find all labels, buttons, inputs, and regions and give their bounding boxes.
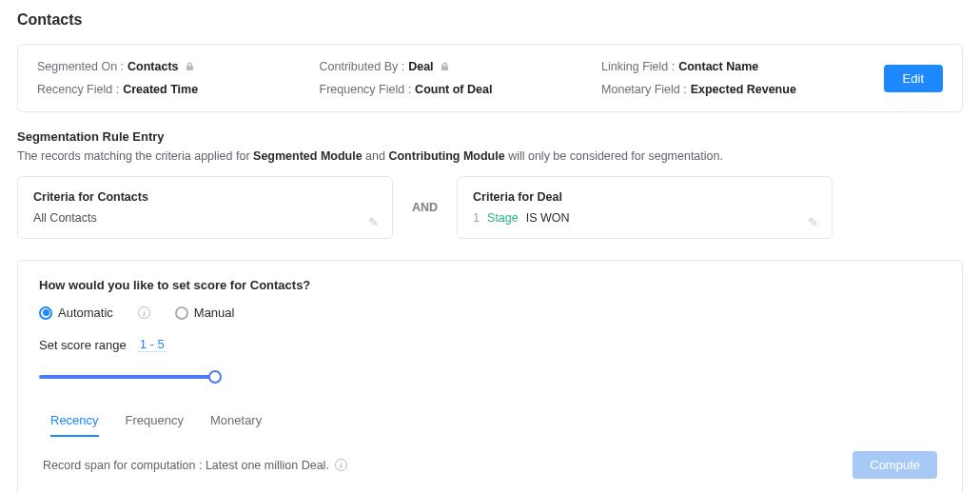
frequency-field: Frequency Field : Count of Deal bbox=[320, 83, 583, 96]
criteria-contacts-card: Criteria for Contacts All Contacts ✎ bbox=[17, 176, 393, 239]
radio-manual-label: Manual bbox=[194, 306, 235, 320]
contributed-by-label: Contributed By : bbox=[320, 60, 405, 73]
radio-dot-icon bbox=[39, 306, 52, 320]
recency-field: Recency Field : Created Time bbox=[37, 83, 301, 96]
contributed-by-field: Contributed By : Deal 🔒︎ bbox=[320, 60, 583, 73]
score-range-slider[interactable] bbox=[39, 369, 215, 385]
radio-automatic[interactable]: Automatic bbox=[39, 306, 113, 320]
criteria-deal-title: Criteria for Deal bbox=[473, 190, 816, 204]
contributed-by-value: Deal bbox=[408, 60, 433, 73]
score-question: How would you like to set score for Cont… bbox=[39, 278, 941, 292]
linking-field-label: Linking Field : bbox=[601, 60, 675, 73]
score-range-value[interactable]: 1 - 5 bbox=[138, 337, 167, 352]
compute-description: Record span for computation : Latest one… bbox=[43, 459, 329, 472]
criteria-deal-index: 1 bbox=[473, 211, 480, 225]
linking-field: Linking Field : Contact Name bbox=[601, 60, 865, 73]
score-card: How would you like to set score for Cont… bbox=[17, 260, 963, 493]
segmented-on-field: Segmented On : Contacts 🔒︎ bbox=[37, 60, 301, 73]
pencil-icon[interactable]: ✎ bbox=[368, 215, 379, 229]
score-range-label: Set score range bbox=[39, 338, 127, 352]
monetary-field: Monetary Field : Expected Revenue bbox=[601, 83, 865, 96]
pencil-icon[interactable]: ✎ bbox=[808, 215, 818, 229]
monetary-field-value: Expected Revenue bbox=[691, 83, 796, 96]
summary-card: Segmented On : Contacts 🔒︎ Recency Field… bbox=[17, 44, 963, 112]
segmented-on-value: Contacts bbox=[127, 60, 178, 73]
edit-button[interactable]: Edit bbox=[884, 65, 943, 92]
slider-handle-icon[interactable] bbox=[208, 370, 222, 384]
linking-field-value: Contact Name bbox=[678, 60, 758, 73]
rule-description: The records matching the criteria applie… bbox=[17, 149, 963, 163]
tab-frequency[interactable]: Frequency bbox=[126, 413, 184, 437]
lock-icon: 🔒︎ bbox=[185, 61, 195, 72]
rule-heading: Segmentation Rule Entry bbox=[17, 129, 963, 144]
tab-monetary[interactable]: Monetary bbox=[210, 413, 262, 437]
monetary-field-label: Monetary Field : bbox=[601, 83, 687, 96]
radio-dot-icon bbox=[175, 306, 188, 320]
segmented-on-label: Segmented On : bbox=[37, 60, 124, 73]
lock-icon: 🔒︎ bbox=[440, 61, 450, 72]
compute-button[interactable]: Compute bbox=[853, 451, 937, 479]
and-label: AND bbox=[412, 201, 438, 214]
page-title: Contacts bbox=[17, 11, 963, 29]
tab-recency[interactable]: Recency bbox=[50, 413, 99, 437]
criteria-deal-operator: IS WON bbox=[526, 211, 570, 225]
radio-manual[interactable]: Manual bbox=[175, 306, 235, 320]
criteria-contacts-title: Criteria for Contacts bbox=[33, 190, 377, 204]
radio-automatic-label: Automatic bbox=[58, 306, 113, 320]
recency-field-label: Recency Field : bbox=[37, 83, 119, 96]
frequency-field-value: Count of Deal bbox=[415, 83, 492, 96]
frequency-field-label: Frequency Field : bbox=[320, 83, 412, 96]
info-icon[interactable]: i bbox=[335, 459, 347, 471]
criteria-deal-card: Criteria for Deal 1 Stage IS WON ✎ bbox=[457, 176, 833, 239]
recency-field-value: Created Time bbox=[123, 83, 198, 96]
criteria-contacts-body: All Contacts bbox=[33, 211, 377, 225]
info-icon[interactable]: i bbox=[138, 306, 150, 319]
criteria-deal-field: Stage bbox=[487, 211, 519, 225]
